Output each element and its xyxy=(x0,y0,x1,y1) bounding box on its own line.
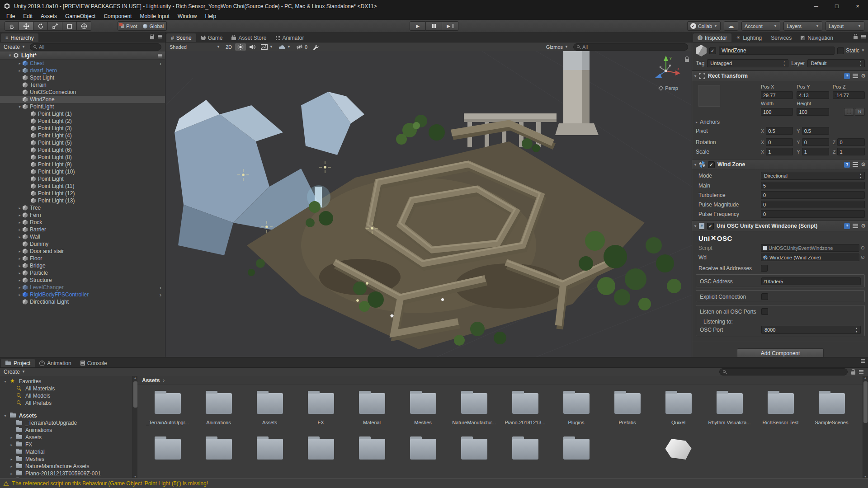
asset-folder[interactable]: Prefabs xyxy=(602,390,653,425)
asset-folder[interactable]: Rhythm Visualiza... xyxy=(704,390,755,425)
lock-icon[interactable] xyxy=(854,36,858,39)
asset-folder[interactable]: RichSensor Test xyxy=(755,390,806,425)
project-tree-item[interactable]: Favorites xyxy=(0,378,132,385)
menu-item[interactable]: Edit xyxy=(19,13,37,19)
status-bar[interactable]: ⚠ The referenced script on this Behaviou… xyxy=(0,478,868,488)
prefab-open-chevron-icon[interactable]: › xyxy=(160,61,161,66)
layers-dropdown[interactable]: Layers▼ xyxy=(783,21,822,31)
expander-arrow-icon[interactable] xyxy=(17,257,23,261)
gameobject-name-field[interactable]: WindZone xyxy=(719,47,835,55)
panel-menu-icon[interactable] xyxy=(861,35,866,38)
hierarchy-item[interactable]: Tree › xyxy=(0,204,165,211)
project-tree-item[interactable]: FX xyxy=(0,441,132,448)
rect-tool-icon[interactable] xyxy=(62,21,77,31)
presets-icon[interactable] xyxy=(853,74,858,78)
tab-project[interactable]: Project xyxy=(1,359,35,367)
hierarchy-item[interactable]: Particle › xyxy=(0,269,165,277)
expander-arrow-icon[interactable] xyxy=(9,436,14,440)
expander-arrow-icon[interactable] xyxy=(9,457,14,461)
pos-y-field[interactable]: 4.13 xyxy=(797,91,829,99)
hierarchy-item[interactable]: Chest › xyxy=(0,60,165,67)
osc-port-dropdown[interactable]: 8000 xyxy=(761,326,861,334)
anchors-foldout[interactable]: ▸ Anchors xyxy=(696,119,865,125)
step-button[interactable]: ▶ xyxy=(442,21,458,31)
turbulence-field[interactable]: 0 xyxy=(761,191,865,199)
tab-console[interactable]: Console xyxy=(76,359,112,367)
help-icon[interactable]: ? xyxy=(844,223,850,229)
main-field[interactable]: 5 xyxy=(761,182,865,189)
hierarchy-item[interactable]: Point Light (9) › xyxy=(0,161,165,168)
hierarchy-item[interactable]: Spot Light › xyxy=(0,74,165,81)
panel-menu-icon[interactable] xyxy=(861,359,865,363)
asset-folder[interactable]: NatureManufactur... xyxy=(448,390,500,425)
rotation-z-field[interactable]: 0 xyxy=(837,138,865,146)
hierarchy-item[interactable]: Point Light (4) › xyxy=(0,132,165,139)
maximize-button-icon[interactable]: □ xyxy=(826,0,847,12)
script-object-field[interactable]: UniOSCUnityEventWindzone xyxy=(761,244,859,252)
hierarchy-item[interactable]: Fern › xyxy=(0,211,165,219)
asset-folder[interactable]: FX xyxy=(295,390,346,425)
close-button-icon[interactable]: × xyxy=(847,0,868,12)
presets-icon[interactable] xyxy=(853,162,858,167)
lock-icon[interactable] xyxy=(150,36,154,39)
scale-tool-icon[interactable] xyxy=(48,21,62,31)
scene-viewport[interactable]: y x Persp xyxy=(165,51,692,357)
gear-icon[interactable]: ⚙ xyxy=(861,162,866,167)
menu-item[interactable]: Mobile Input xyxy=(136,13,173,19)
pause-button[interactable] xyxy=(426,21,442,31)
hierarchy-item[interactable]: Point Light (1) › xyxy=(0,110,165,117)
hierarchy-item[interactable]: UniOScConnection › xyxy=(0,89,165,96)
menu-item[interactable]: GameObject xyxy=(61,13,99,19)
asset-folder[interactable]: SampleScenes xyxy=(806,390,857,425)
pivot-toggle-button[interactable]: Pivot xyxy=(118,21,140,31)
menu-item[interactable]: File xyxy=(2,13,19,19)
help-icon[interactable]: ? xyxy=(844,73,850,79)
expander-arrow-icon[interactable] xyxy=(17,228,23,232)
project-tree-item[interactable]: Material xyxy=(0,448,132,455)
expander-arrow-icon[interactable]: ▾ xyxy=(9,53,11,57)
scene-lighting-toggle[interactable] xyxy=(235,43,246,51)
blueprint-mode-button[interactable] xyxy=(844,108,854,116)
hierarchy-item[interactable]: Point Light (6) › xyxy=(0,146,165,154)
asset-folder[interactable] xyxy=(142,436,193,460)
hidden-objects-toggle[interactable]: 0 xyxy=(294,43,310,51)
tab-asset-store[interactable]: Asset Store xyxy=(227,33,271,42)
move-rotate-scale-tool-icon[interactable] xyxy=(77,21,91,31)
hierarchy-item[interactable]: PointLight › xyxy=(0,103,165,110)
cloud-button[interactable]: ☁ xyxy=(724,21,738,31)
layout-dropdown[interactable]: Layout▼ xyxy=(826,21,864,31)
expander-arrow-icon[interactable] xyxy=(3,414,8,418)
project-tree-item[interactable]: Assets xyxy=(0,434,132,441)
tab-services[interactable]: Services xyxy=(766,33,796,42)
expander-arrow-icon[interactable] xyxy=(9,443,14,447)
hierarchy-item[interactable]: Terrain › xyxy=(0,81,165,89)
hierarchy-item[interactable]: Wall › xyxy=(0,233,165,240)
scene-audio-toggle[interactable] xyxy=(247,43,258,51)
hierarchy-item[interactable]: Point Light (2) › xyxy=(0,117,165,125)
scale-x-field[interactable]: 1 xyxy=(766,148,793,155)
gear-icon[interactable]: ⚙ xyxy=(861,223,866,229)
hierarchy-item[interactable]: Floor › xyxy=(0,255,165,262)
receive-all-checkbox[interactable] xyxy=(761,265,768,272)
project-tree-item[interactable]: All Models xyxy=(0,392,132,399)
hierarchy-item[interactable]: Structure › xyxy=(0,277,165,284)
expander-arrow-icon[interactable] xyxy=(17,235,23,239)
rotation-y-field[interactable]: 0 xyxy=(802,138,829,146)
asset-folder[interactable] xyxy=(397,436,448,460)
hierarchy-item[interactable]: Point Light (3) › xyxy=(0,125,165,132)
expander-arrow-icon[interactable] xyxy=(17,271,23,275)
move-tool-icon[interactable] xyxy=(19,21,33,31)
minimize-button-icon[interactable]: ─ xyxy=(806,0,826,12)
hierarchy-item[interactable]: Rock › xyxy=(0,219,165,226)
menu-item[interactable]: Help xyxy=(201,13,221,19)
expander-arrow-icon[interactable] xyxy=(3,380,8,384)
project-tree-item[interactable]: All Prefabs xyxy=(0,399,132,407)
add-component-button[interactable]: Add Component xyxy=(737,348,824,357)
expander-arrow-icon[interactable] xyxy=(9,465,14,469)
scale-y-field[interactable]: 1 xyxy=(802,148,829,155)
rect-transform-header[interactable]: ▾ Rect Transform ? ⚙ xyxy=(692,70,868,81)
expander-arrow-icon[interactable] xyxy=(17,293,23,297)
menu-item[interactable]: Window xyxy=(174,13,201,19)
hierarchy-item[interactable]: RigidBodyFPSController › xyxy=(0,291,165,298)
object-picker-icon[interactable]: ⊙ xyxy=(861,245,865,251)
